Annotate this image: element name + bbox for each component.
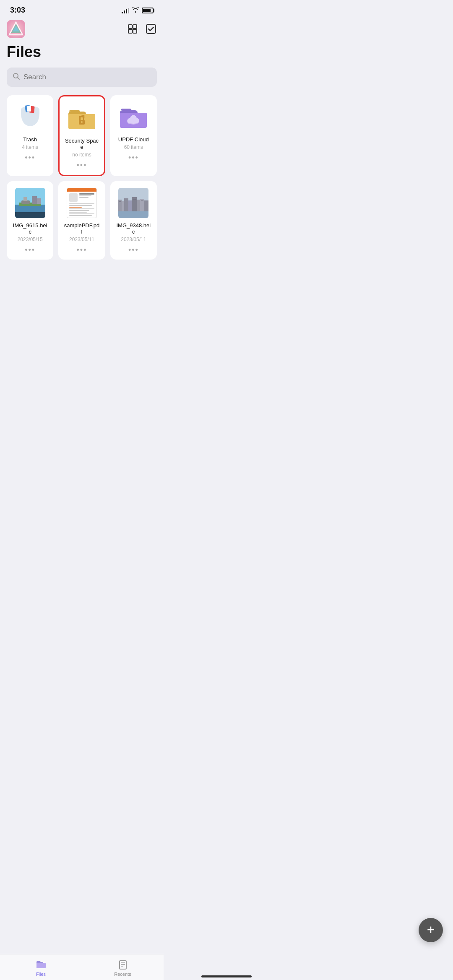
file-name-samplepdf: samplePDF.pdf [63,222,100,235]
signal-icon [122,8,129,13]
thumbnail-img9615 [15,188,45,218]
svg-rect-31 [37,198,41,204]
svg-rect-8 [146,24,156,34]
file-more-cloud[interactable]: ••• [128,153,139,162]
cloud-folder-icon [118,102,148,132]
status-icons [122,7,154,14]
status-bar: 3:03 [0,0,164,18]
page-title: Files [0,42,164,68]
file-meta-samplepdf: 2023/05/11 [69,237,94,242]
file-card-security-space[interactable]: Security Space no items ••• [58,95,105,176]
battery-icon [142,8,154,13]
svg-point-24 [130,115,137,122]
svg-line-10 [18,78,20,80]
svg-rect-30 [32,196,37,204]
svg-point-16 [81,121,83,123]
thumbnail-img9348 [118,188,148,218]
svg-rect-4 [128,25,132,29]
file-name-trash: Trash [23,136,37,143]
svg-rect-29 [23,197,27,201]
file-more-trash[interactable]: ••• [25,153,35,162]
file-name-cloud: UPDF Cloud [118,136,149,143]
file-meta-trash: 4 items [22,144,38,150]
app-logo[interactable] [7,20,25,38]
file-meta-img9615: 2023/05/15 [18,237,43,242]
select-mode-icon[interactable] [145,23,157,35]
file-card-trash[interactable]: Trash 4 items ••• [7,95,53,176]
file-card-updf-cloud[interactable]: UPDF Cloud 60 items ••• [110,95,157,176]
file-card-img9615[interactable]: IMG_9615.heic 2023/05/15 ••• [7,181,53,260]
file-more-security[interactable]: ••• [77,161,87,170]
trash-icon [15,102,45,132]
thumbnail-samplepdf [67,188,97,218]
wifi-icon [132,7,139,14]
file-meta-cloud: 60 items [124,144,143,150]
file-meta-img9348: 2023/05/11 [121,237,146,242]
file-card-samplepdf[interactable]: samplePDF.pdf 2023/05/11 ••• [58,181,105,260]
file-more-samplepdf[interactable]: ••• [77,246,87,255]
file-meta-security: no items [72,152,91,158]
search-input[interactable] [23,73,151,81]
svg-rect-7 [133,29,137,33]
header-actions [127,23,157,35]
file-name-img9615: IMG_9615.heic [12,222,48,235]
file-name-security: Security Space [65,138,99,150]
grid-view-icon[interactable] [127,23,138,35]
svg-rect-14 [26,106,31,112]
svg-rect-5 [133,25,137,29]
search-bar[interactable] [7,68,157,87]
svg-rect-46 [118,188,148,218]
file-card-img9348[interactable]: IMG_9348.heic 2023/05/11 ••• [110,181,157,260]
file-more-img9615[interactable]: ••• [25,246,35,255]
svg-rect-32 [15,212,45,218]
file-more-img9348[interactable]: ••• [128,246,139,255]
search-icon [13,73,20,82]
security-folder-icon [67,103,97,133]
app-header [0,18,164,42]
file-name-img9348: IMG_9348.heic [115,222,152,235]
svg-rect-6 [128,29,132,33]
status-time: 3:03 [10,6,25,15]
file-grid: Trash 4 items ••• Security Space no item… [0,95,164,260]
